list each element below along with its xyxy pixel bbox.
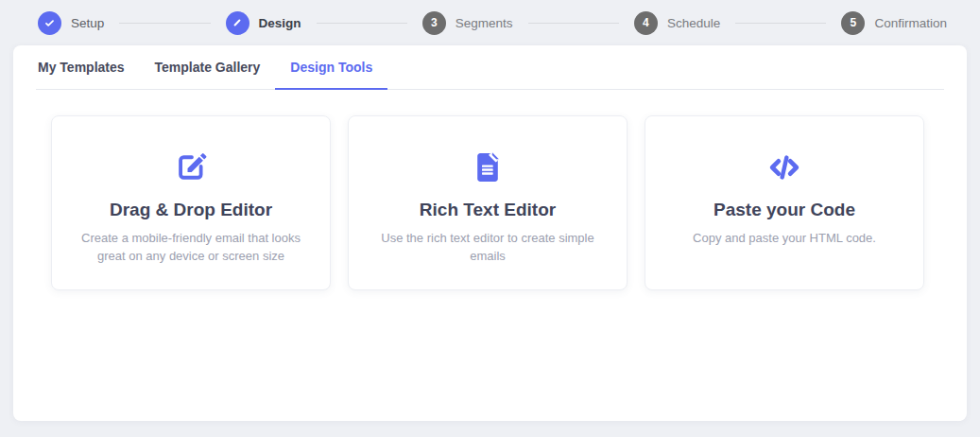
step-label: Confirmation	[874, 16, 947, 30]
card-title: Rich Text Editor	[371, 200, 604, 220]
card-description: Use the rich text editor to create simpl…	[371, 229, 604, 265]
editor-options: Drag & Drop Editor Create a mobile-frien…	[51, 115, 944, 290]
step-design[interactable]: Design	[226, 11, 301, 35]
pencil-icon	[226, 11, 249, 35]
card-title: Paste your Code	[668, 200, 901, 220]
step-confirmation[interactable]: 5 Confirmation	[841, 11, 947, 35]
step-schedule[interactable]: 4 Schedule	[634, 11, 720, 35]
step-connector	[735, 23, 826, 24]
edit-square-icon	[75, 149, 307, 186]
card-rich-text-editor[interactable]: Rich Text Editor Use the rich text edito…	[348, 115, 628, 290]
step-setup[interactable]: Setup	[38, 11, 104, 35]
content-panel: My Templates Template Gallery Design Too…	[13, 45, 967, 421]
card-title: Drag & Drop Editor	[75, 200, 307, 220]
step-connector	[317, 23, 407, 24]
step-number: 4	[634, 11, 658, 35]
card-drag-drop-editor[interactable]: Drag & Drop Editor Create a mobile-frien…	[51, 115, 331, 290]
step-connector	[528, 23, 619, 24]
tabs-wrap: My Templates Template Gallery Design Too…	[13, 45, 967, 90]
template-tabs: My Templates Template Gallery Design Too…	[36, 45, 944, 90]
card-paste-your-code[interactable]: Paste your Code Copy and paste your HTML…	[645, 115, 924, 290]
step-label: Segments	[456, 16, 513, 30]
card-description: Copy and paste your HTML code.	[668, 229, 901, 247]
tab-design-tools[interactable]: Design Tools	[275, 45, 387, 90]
step-label: Setup	[71, 16, 104, 30]
step-segments[interactable]: 3 Segments	[422, 11, 513, 35]
step-connector	[119, 23, 210, 24]
step-label: Design	[259, 16, 301, 30]
tab-template-gallery[interactable]: Template Gallery	[140, 45, 276, 90]
wizard-stepper: Setup Design 3 Segments 4 Schedule 5 Con…	[0, 0, 980, 45]
step-number: 5	[841, 11, 865, 35]
code-icon	[668, 149, 901, 186]
check-icon	[38, 11, 61, 35]
step-number: 3	[422, 11, 446, 35]
step-label: Schedule	[667, 16, 720, 30]
card-description: Create a mobile-friendly email that look…	[75, 229, 307, 265]
tab-my-templates[interactable]: My Templates	[36, 45, 140, 90]
document-icon	[371, 149, 604, 186]
